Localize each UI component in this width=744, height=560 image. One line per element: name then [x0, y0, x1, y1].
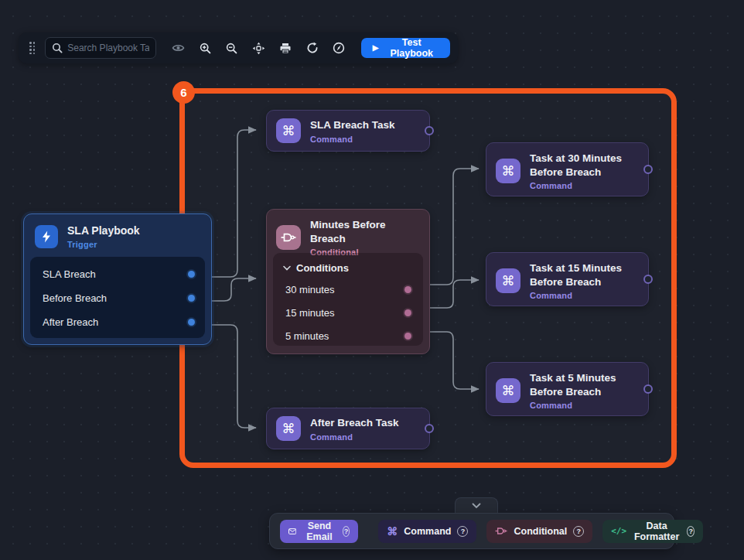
node-task-30-minutes[interactable]: ⌘ Task at 30 Minutes Before Breach Comma… — [486, 142, 649, 196]
output-port[interactable] — [425, 424, 434, 433]
code-icon: </> — [611, 526, 626, 536]
condition-port[interactable] — [404, 309, 411, 316]
output-port[interactable] — [643, 165, 653, 174]
playbook-canvas[interactable]: { "toolbar": { "search_placeholder": "Se… — [0, 0, 744, 560]
conditions-box: Conditions 30 minutes 15 minutes 5 minut… — [273, 253, 423, 346]
command-icon: ⌘ — [496, 268, 520, 293]
envelope-icon — [288, 527, 296, 536]
help-icon[interactable]: ? — [687, 526, 695, 537]
output-row-after-breach[interactable]: After Breach — [30, 310, 205, 334]
node-title: Task at 15 Minutes Before Breach — [530, 261, 639, 289]
refresh-button[interactable] — [302, 37, 323, 59]
help-icon[interactable]: ? — [573, 526, 584, 537]
zoom-in-icon — [200, 43, 211, 54]
condition-label: 30 minutes — [285, 284, 335, 295]
condition-row-5-minutes[interactable]: 5 minutes — [273, 324, 423, 347]
fit-view-button[interactable] — [249, 37, 269, 59]
print-button[interactable] — [275, 37, 295, 59]
node-title: After Breach Task — [310, 416, 399, 430]
output-row-sla-breach[interactable]: SLA Breach — [30, 262, 205, 286]
conditions-header-label: Conditions — [296, 262, 349, 274]
fit-view-icon — [252, 42, 265, 55]
node-after-breach-task[interactable]: ⌘ After Breach Task Command — [266, 408, 430, 449]
send-email-label: Send Email — [302, 521, 336, 542]
help-icon[interactable]: ? — [343, 526, 350, 537]
play-icon: ▶ — [373, 44, 379, 52]
node-sla-playbook-trigger[interactable]: SLA Playbook Trigger SLA Breach Before B… — [23, 213, 212, 345]
output-label: After Breach — [43, 316, 98, 328]
node-minutes-before-breach[interactable]: Minutes Before Breach Conditional Condit… — [266, 209, 430, 354]
test-playbook-label: Test Playbook — [384, 37, 438, 59]
command-icon: ⌘ — [496, 159, 520, 183]
conditional-button[interactable]: Conditional ? — [486, 520, 592, 543]
trigger-outputs-box: SLA Breach Before Breach After Breach — [30, 257, 205, 338]
command-button[interactable]: ⌘ Command ? — [378, 520, 476, 543]
palette-collapse-button[interactable] — [455, 497, 498, 514]
output-port[interactable] — [188, 319, 195, 326]
condition-port[interactable] — [404, 333, 411, 340]
node-title: SLA Playbook — [67, 224, 140, 237]
refresh-icon — [306, 42, 319, 54]
search-container — [45, 37, 156, 59]
node-type-label: Command — [530, 181, 639, 190]
output-label: SLA Breach — [43, 268, 96, 280]
toggle-visibility-button[interactable] — [169, 37, 189, 59]
output-port[interactable] — [643, 275, 653, 284]
compass-icon — [333, 42, 345, 54]
condition-row-15-minutes[interactable]: 15 minutes — [273, 301, 423, 324]
step-number-badge: 6 — [172, 81, 195, 104]
output-port[interactable] — [188, 271, 195, 278]
condition-port[interactable] — [404, 286, 411, 293]
chevron-down-icon — [283, 265, 291, 271]
conditional-gate-icon — [276, 225, 301, 250]
data-formatter-label: Data Formatter — [633, 521, 681, 542]
data-formatter-button[interactable]: </> Data Formatter ? — [602, 520, 703, 543]
node-type-label: Command — [310, 135, 395, 144]
zoom-in-button[interactable] — [195, 37, 215, 59]
chevron-down-icon — [472, 503, 481, 509]
zoom-out-icon — [226, 43, 237, 54]
command-label: Command — [404, 526, 451, 537]
condition-label: 5 minutes — [285, 330, 329, 342]
zoom-out-button[interactable] — [222, 37, 242, 59]
command-icon: ⌘ — [276, 416, 301, 441]
condition-row-30-minutes[interactable]: 30 minutes — [273, 278, 423, 301]
help-icon[interactable]: ? — [457, 526, 468, 537]
command-icon: ⌘ — [387, 525, 398, 538]
command-icon: ⌘ — [276, 118, 301, 143]
output-port[interactable] — [425, 126, 434, 135]
output-port[interactable] — [188, 295, 195, 302]
eye-icon — [172, 43, 185, 53]
conditional-label: Conditional — [514, 526, 567, 537]
command-icon: ⌘ — [496, 378, 520, 403]
output-row-before-breach[interactable]: Before Breach — [30, 286, 205, 310]
condition-label: 15 minutes — [285, 307, 335, 319]
canvas-toolbar: ▶ Test Playbook — [19, 32, 458, 63]
output-label: Before Breach — [43, 292, 107, 304]
node-title: Task at 30 Minutes Before Breach — [530, 152, 639, 179]
conditional-gate-icon — [495, 527, 507, 535]
node-type-label: Trigger — [67, 240, 140, 249]
node-title: Minutes Before Breach — [310, 218, 420, 245]
compass-button[interactable] — [329, 37, 350, 59]
node-sla-breach-task[interactable]: ⌘ SLA Breach Task Command — [266, 110, 430, 152]
node-type-label: Command — [530, 401, 639, 410]
node-title: Task at 5 Minutes Before Breach — [530, 371, 639, 398]
node-type-label: Command — [310, 432, 399, 442]
drag-handle-icon[interactable] — [29, 41, 37, 55]
node-title: SLA Breach Task — [310, 118, 395, 132]
node-type-label: Command — [530, 291, 639, 300]
node-task-5-minutes[interactable]: ⌘ Task at 5 Minutes Before Breach Comman… — [486, 362, 649, 416]
conditions-collapse-toggle[interactable]: Conditions — [273, 258, 423, 278]
send-email-button[interactable]: Send Email ? — [280, 520, 358, 543]
node-task-15-minutes[interactable]: ⌘ Task at 15 Minutes Before Breach Comma… — [486, 252, 649, 306]
test-playbook-button[interactable]: ▶ Test Playbook — [361, 38, 450, 58]
search-icon — [52, 43, 63, 53]
task-palette: Send Email ? ⌘ Command ? Conditional ? <… — [269, 513, 674, 549]
lightning-icon — [35, 225, 58, 248]
output-port[interactable] — [643, 384, 653, 394]
print-icon — [279, 43, 292, 54]
